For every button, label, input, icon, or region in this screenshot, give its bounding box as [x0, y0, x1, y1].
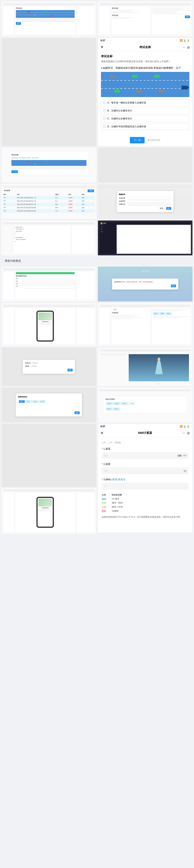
nav-title: BMI计算器 — [138, 431, 152, 435]
form-modal-tile: 新建表单 表单名称 表单类型 所属分类 取消 确定 — [98, 184, 193, 219]
more-icon[interactable]: ⋯ — [182, 45, 186, 49]
bmi-result-wrap: 方 — [102, 483, 189, 490]
form-select[interactable] — [128, 203, 171, 206]
weight-input[interactable] — [107, 469, 184, 472]
nav-title: 考试名称 — [139, 45, 151, 49]
svg-point-0 — [158, 358, 160, 361]
detail-form-tile: ← 返回 详情信息 标签A 标签B 标签C — [98, 303, 193, 346]
nav-bar: ✕ 考试名称 ⋯ ◎ — [98, 43, 193, 51]
exam-desc: 感谢您能抽出几分钟时间来参加本次答题，现在我们就马上开始吧！ — [101, 60, 190, 63]
option-b[interactable]: B、左侧车让右侧车先行 — [101, 107, 190, 114]
signal-icon: 📶 — [180, 425, 183, 428]
more-icon[interactable]: ⋯ — [182, 431, 186, 435]
bmi-tip: 如果您的BMI值大于23.9或小于18.4，您可能需要多加锻炼身体，同时优化饮食… — [102, 515, 189, 519]
form-input[interactable] — [128, 197, 171, 199]
status-time: 8:57 — [101, 425, 105, 428]
sidebar-item[interactable]: 首页 — [100, 225, 115, 228]
chip[interactable]: 科目一 — [19, 400, 25, 403]
chip[interactable]: 科目二 — [26, 400, 32, 403]
option-d[interactable]: D、右侧车寻找空隙提前进入左侧车道 — [101, 123, 190, 130]
table-row[interactable]: 002 驾驶员理论考试模拟题库第二期 张三 已发布 编辑 — [3, 199, 95, 203]
question-text: 1.如图所示，驾驶机动车行驶至车道机动车排队等候或行驶缓慢时，以下 — [101, 66, 190, 70]
confirm-modal: 标题内容说明文字 副标题内容描述 确定 — [23, 360, 75, 374]
battery-icon: 🔋 — [187, 425, 190, 428]
exam-heading: 考试名标 — [101, 55, 190, 58]
height-input-wrap[interactable]: 123 cm — [102, 452, 189, 459]
empty-tile-2 — [98, 148, 193, 183]
target-icon[interactable]: ◎ — [187, 45, 190, 49]
code-editor-tile: 1 function init() { 2 const data = []; 3… — [2, 220, 96, 255]
exam-editor-tile: 考试名称 提交 — [2, 2, 96, 36]
tag-item[interactable]: 分类C × — [121, 402, 128, 405]
product-image — [129, 354, 189, 381]
exam-title: 考试名称 — [16, 7, 75, 9]
tag-item[interactable]: 标签1 × — [106, 408, 113, 410]
create-btn[interactable]: + 新建 — [88, 189, 94, 192]
submit-btn[interactable]: 提交 — [16, 22, 21, 25]
table-row[interactable]: 004 驾驶员理论考试模拟题库第四期 李四 已发布 编辑 — [3, 206, 95, 210]
exam-preview-small: 考试名称 感谢您能抽出时间参加本次答题，现在开始吧 下一页 — [2, 148, 96, 183]
bmi-result — [106, 485, 187, 488]
status-bar: 8:27 📶 📡 🔋 — [98, 38, 193, 43]
modal-dialog: 新建表单 表单名称 表单类型 所属分类 取消 确定 — [117, 191, 173, 212]
battery-icon: 🔋 — [187, 39, 190, 42]
tag-item[interactable]: 分类A × — [106, 402, 113, 405]
dark-sidebar-tile: 管理 首页 用户 设置 — [98, 220, 193, 255]
tag-item[interactable]: 标签2 × — [114, 408, 120, 410]
sidebar-item[interactable]: 设置 — [100, 230, 115, 233]
table-row[interactable]: 005 驾驶员理论考试模拟题库第五期 王五 已发布 编辑 — [3, 210, 95, 213]
tags-editor-tile: 标签分类管理 分类A × 分类B × 分类C × + 添加 标签1 × 标签2 … — [98, 388, 193, 423]
table-row[interactable]: 003 驾驶员理论考试模拟题库第三期 李四 待审核 编辑 — [3, 203, 95, 206]
empty-tile-1 — [2, 38, 96, 146]
option-a[interactable]: A、每车道一辆依次交替驶入左侧车道 — [101, 99, 190, 106]
height-input[interactable] — [107, 454, 183, 457]
ok-button[interactable]: 确定 — [171, 284, 176, 287]
target-icon[interactable]: ◎ — [187, 431, 190, 435]
chip-selector-tile: 选择考试科目 科目一 科目二 科目三 科目四 确定 — [2, 388, 96, 423]
weight-input-wrap[interactable]: 123 kg — [102, 467, 189, 474]
section-label-survey: 调查问卷预览 — [2, 257, 192, 265]
signal-icon: 📶 — [180, 39, 183, 42]
chip[interactable]: 科目四 — [39, 400, 45, 403]
confirm-button[interactable]: 确定 — [75, 411, 79, 414]
warning-modal: 您的BMI值为 警告：BMI值过高或过低， 建议：请注意饮食健康 确定 — [112, 278, 178, 289]
bmi-phone-tile: 8:57 📶 📡 🔋 ✕ BMI计算器 ⋯ ◎ 上午，上午，开始啦 *1.身高 … — [98, 424, 193, 532]
phone-mock-tile-2: 请正确填写信息 — [2, 488, 96, 534]
table-list-tile: 考试管理 + 新建 编号 名称 创建人 状态 操作 001 驾驶员理论考试模拟题… — [2, 184, 96, 219]
phone-preview: 请正确填写信息 — [36, 311, 54, 342]
bmi-warning-tile: BMI计算器 您的BMI值为 警告：BMI值过高或过低， 建议：请注意饮食健康 … — [98, 267, 193, 302]
survey-editor-tile: 请正确填写信息 姓名 电话 地址 备注 — [2, 267, 96, 302]
option-c[interactable]: C、右侧车让左侧车先行 — [101, 115, 190, 122]
chip-modal: 选择考试科目 科目一 科目二 科目三 科目四 确定 — [16, 393, 82, 416]
tag-item[interactable]: 分类B × — [114, 402, 120, 405]
dress-image-tile: ○●○○○○ — [98, 348, 193, 386]
phone-mock-tile-1: 请正确填写信息 — [2, 303, 96, 346]
page-indicator: 第1页/共4页 — [148, 138, 160, 142]
nav-bar: ✕ BMI计算器 ⋯ ◎ — [98, 429, 193, 437]
exam-phone-tile: 8:27 📶 📡 🔋 ✕ 考试名称 ⋯ ◎ 考试名标 感谢您能抽出几分钟时间来参… — [98, 38, 193, 146]
form-input[interactable] — [128, 200, 171, 202]
status-time: 8:27 — [101, 39, 105, 42]
wifi-icon: 📡 — [183, 39, 186, 42]
chip[interactable]: 科目三 — [32, 400, 38, 403]
bmi-subtitle: 上午，上午，开始啦 — [102, 441, 189, 444]
add-tag[interactable]: + 添加 — [129, 402, 134, 405]
confirm-button[interactable]: 确定 — [166, 207, 171, 210]
phone-preview: 请正确填写信息 — [36, 497, 54, 528]
close-icon[interactable]: ✕ — [101, 45, 103, 49]
wifi-icon: 📡 — [183, 425, 186, 428]
next-page-button[interactable]: 下一页 — [130, 137, 144, 143]
question-image — [101, 72, 190, 97]
close-icon[interactable]: ✕ — [101, 431, 103, 435]
exam-detail-tile: 基本信息 考试内容 保存 — [98, 2, 193, 36]
sidebar-item[interactable]: 用户 — [100, 228, 115, 230]
table-row[interactable]: 001 驾驶员理论考试模拟题库第一期 张三 已发布 编辑 — [3, 196, 95, 199]
cancel-button[interactable]: 取消 — [158, 207, 165, 210]
small-modal-tile: 标题内容说明文字 副标题内容描述 确定 — [2, 348, 96, 386]
status-bar: 8:57 📶 📡 🔋 — [98, 424, 193, 429]
confirm-button[interactable]: 确定 — [68, 369, 73, 371]
